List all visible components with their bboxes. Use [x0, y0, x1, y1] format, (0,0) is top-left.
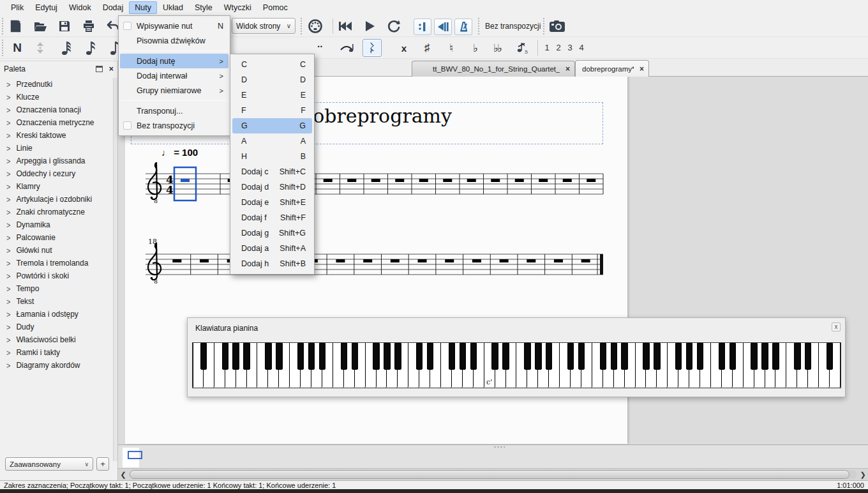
menu-item-dodaj-interwał[interactable]: Dodaj interwał>: [120, 68, 228, 83]
staff-system-1[interactable]: 844: [146, 158, 606, 217]
black-key[interactable]: [611, 343, 617, 370]
black-key[interactable]: [761, 343, 768, 370]
palette-float-icon[interactable]: [96, 66, 103, 72]
palette-item-tempo[interactable]: >Tempo: [0, 282, 112, 295]
submenu-item-g[interactable]: GG: [232, 118, 312, 133]
menubar-item-pomoc[interactable]: Pomoc: [257, 1, 294, 14]
black-key[interactable]: [491, 343, 498, 370]
double-sharp-button[interactable]: x: [396, 40, 412, 56]
palette-add-workspace-button[interactable]: +: [96, 457, 109, 471]
palette-item-ramki-i-takty[interactable]: >Ramki i takty: [0, 346, 112, 359]
menubar-item-edytuj[interactable]: Edytuj: [29, 1, 63, 14]
toolbar-grip[interactable]: [1, 39, 4, 57]
black-key[interactable]: [794, 343, 800, 370]
submenu-item-e[interactable]: EE: [232, 87, 312, 103]
submenu-item-dodaj-h[interactable]: Dodaj hShift+B: [232, 256, 312, 271]
voice-1-button[interactable]: 1: [541, 43, 553, 52]
play-repeats-toggle-button[interactable]: [434, 19, 452, 35]
scrollbar-track[interactable]: [130, 470, 857, 479]
black-key[interactable]: [384, 343, 390, 370]
palette-item-klucze[interactable]: >Klucze: [0, 91, 112, 103]
tab-2[interactable]: dobreprogramy*×: [575, 60, 649, 77]
submenu-item-dodaj-g[interactable]: Dodaj gShift+G: [232, 225, 312, 241]
tempo-marking[interactable]: ♩ = 100: [161, 147, 198, 158]
open-file-button[interactable]: [32, 19, 49, 34]
toolbar-grip[interactable]: [477, 17, 481, 35]
piano-panel-close-button[interactable]: x: [832, 322, 841, 331]
note-input-mode-button[interactable]: N: [9, 40, 26, 56]
submenu-item-dodaj-f[interactable]: Dodaj fShift+F: [232, 210, 312, 225]
palette-close-icon[interactable]: ×: [108, 66, 114, 72]
tab-1[interactable]: tt_BWV_80_No_1_for_String_Quartet_*×: [412, 61, 575, 77]
pitch-up-down-button[interactable]: [32, 40, 49, 56]
submenu-item-h[interactable]: HB: [232, 149, 312, 164]
tie-button[interactable]: [338, 40, 355, 56]
submenu-item-dodaj-c[interactable]: Dodaj cShift+C: [232, 164, 312, 179]
black-key[interactable]: [772, 343, 779, 370]
menu-item-dodaj-nutę[interactable]: Dodaj nutę>: [120, 54, 228, 68]
black-key[interactable]: [751, 343, 757, 370]
scroll-right-arrow[interactable]: ❯: [858, 471, 868, 479]
note-64th-button[interactable]: [59, 40, 75, 56]
submenu-item-d[interactable]: DD: [232, 72, 312, 87]
toolbar-grip[interactable]: [542, 17, 546, 35]
flat-button[interactable]: ♭: [467, 40, 484, 56]
menu-item-bez-transpozycji[interactable]: Bez transpozycji: [120, 118, 228, 133]
view-mode-select[interactable]: Widok strony ∨: [232, 18, 296, 34]
black-key[interactable]: [524, 343, 530, 370]
menubar-item-układ[interactable]: Układ: [157, 1, 189, 14]
black-key[interactable]: [697, 343, 703, 370]
rewind-button[interactable]: [337, 19, 354, 34]
scroll-left-arrow[interactable]: ❮: [118, 471, 128, 479]
palette-item-przednutki[interactable]: >Przednutki: [0, 78, 112, 91]
black-key[interactable]: [449, 343, 455, 370]
black-key[interactable]: [232, 343, 239, 370]
print-button[interactable]: [80, 19, 97, 34]
palette-item-artykulacje-i-ozdobniki[interactable]: >Artykulacje i ozdobniki: [0, 193, 112, 206]
palette-item-klamry[interactable]: >Klamry: [0, 180, 112, 193]
palette-item-główki-nut[interactable]: >Główki nut: [0, 244, 112, 257]
new-score-button[interactable]: [8, 19, 24, 34]
screenshot-camera-button[interactable]: [549, 19, 565, 34]
black-key[interactable]: [621, 343, 627, 370]
double-flat-button[interactable]: ♭♭: [489, 40, 505, 56]
black-key[interactable]: [675, 343, 682, 370]
black-key[interactable]: [319, 343, 326, 370]
metronome-toggle-button[interactable]: [454, 19, 472, 35]
black-key[interactable]: [546, 343, 552, 370]
black-key[interactable]: [416, 343, 423, 370]
black-key[interactable]: [352, 343, 358, 370]
sharp-button[interactable]: ♯: [419, 40, 435, 56]
palette-item-palcowanie[interactable]: >Palcowanie: [0, 231, 112, 244]
black-key[interactable]: [394, 343, 401, 370]
palette-item-właściwości-belki[interactable]: >Właściwości belki: [0, 333, 112, 346]
submenu-item-dodaj-a[interactable]: Dodaj aShift+A: [232, 241, 312, 256]
loop-playback-button[interactable]: [385, 19, 402, 34]
navigator-panel[interactable]: [118, 444, 868, 469]
navigator-viewport[interactable]: [128, 451, 142, 459]
voice-4-button[interactable]: 4: [576, 43, 587, 52]
submenu-item-c[interactable]: CC: [232, 57, 312, 72]
navigator-resize-handle[interactable]: [493, 446, 505, 448]
palette-item-arpeggia-i-glissanda[interactable]: >Arpeggia i glissanda: [0, 155, 112, 167]
play-button[interactable]: [361, 19, 378, 34]
palette-item-linie[interactable]: >Linie: [0, 142, 112, 155]
voice-2-button[interactable]: 2: [553, 43, 564, 52]
voice-3-button[interactable]: 3: [564, 43, 576, 52]
scrollbar-thumb[interactable]: [130, 470, 849, 479]
black-key[interactable]: [502, 343, 509, 370]
grace-note-button[interactable]: 5: [514, 40, 531, 56]
menubar-item-wtyczki[interactable]: Wtyczki: [218, 1, 257, 14]
rest-button[interactable]: [363, 39, 382, 57]
black-key[interactable]: [805, 343, 811, 370]
horizontal-scrollbar[interactable]: ❮ ❯: [118, 469, 868, 480]
black-key[interactable]: [730, 343, 736, 370]
black-key[interactable]: [719, 343, 725, 370]
black-key[interactable]: [265, 343, 271, 370]
midi-input-button[interactable]: [307, 19, 324, 34]
black-key[interactable]: [535, 343, 541, 370]
black-key[interactable]: [686, 343, 692, 370]
palette-item-oddechy-i-cezury[interactable]: >Oddechy i cezury: [0, 167, 112, 180]
palette-scrollbar[interactable]: [113, 78, 117, 461]
palette-workspace-select[interactable]: Zaawansowany ∨: [5, 457, 93, 471]
